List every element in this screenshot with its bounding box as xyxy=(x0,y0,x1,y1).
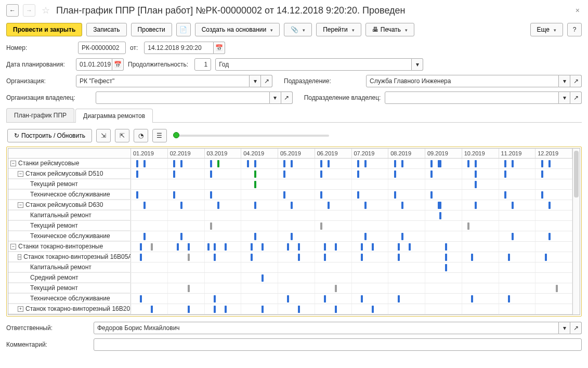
tree-cell[interactable]: Техническое обслуживание xyxy=(8,190,131,200)
gantt-bar[interactable] xyxy=(512,202,514,209)
report-icon[interactable]: 📄 xyxy=(176,23,191,36)
gantt-bar[interactable] xyxy=(361,295,363,303)
dropdown-icon[interactable]: ▾ xyxy=(559,75,570,87)
owner-org-field[interactable] xyxy=(96,91,270,104)
gantt-bar[interactable] xyxy=(254,233,256,240)
gantt-bar[interactable] xyxy=(445,243,447,251)
gantt-bar[interactable] xyxy=(335,285,337,292)
gantt-bar[interactable] xyxy=(140,295,142,303)
gantt-bar[interactable] xyxy=(151,306,153,313)
gantt-bar[interactable] xyxy=(401,160,403,167)
gantt-bar[interactable] xyxy=(398,295,400,303)
gantt-bar[interactable] xyxy=(254,160,256,167)
gantt-bar[interactable] xyxy=(504,191,506,199)
dept-field[interactable]: Служба Главного Инженера xyxy=(366,75,559,87)
gantt-bar[interactable] xyxy=(438,160,441,167)
gantt-bar[interactable] xyxy=(262,243,264,251)
gantt-bar[interactable] xyxy=(298,306,300,313)
gantt-bar[interactable] xyxy=(140,243,142,251)
gantt-bar[interactable] xyxy=(445,264,447,271)
gantt-bar[interactable] xyxy=(475,160,477,167)
gantt-bar[interactable] xyxy=(320,191,322,199)
gantt-bar[interactable] xyxy=(394,160,396,167)
dropdown-icon[interactable]: ▾ xyxy=(270,91,281,104)
gantt-bar[interactable] xyxy=(283,170,285,178)
gantt-bar[interactable] xyxy=(320,160,322,167)
gantt-bar[interactable] xyxy=(177,243,179,251)
collapse-icon[interactable] xyxy=(18,171,23,177)
gantt-bar[interactable] xyxy=(364,202,367,209)
gantt-bar[interactable] xyxy=(372,306,374,313)
gantt-bar[interactable] xyxy=(548,202,551,209)
org-field[interactable]: РК "Гефест" xyxy=(76,75,250,87)
gantt-bar[interactable] xyxy=(207,243,210,251)
gantt-bar[interactable] xyxy=(217,160,219,167)
tab-diagram[interactable]: Диаграмма ремонтов xyxy=(75,109,153,123)
gantt-bar[interactable] xyxy=(320,170,322,178)
gantt-bar[interactable] xyxy=(173,191,175,199)
gantt-bar[interactable] xyxy=(291,202,293,209)
chart-pie-icon[interactable]: ◔ xyxy=(134,129,148,142)
gantt-bar[interactable] xyxy=(136,170,138,178)
gantt-bar[interactable] xyxy=(210,191,212,199)
gantt-bar[interactable] xyxy=(467,160,469,167)
gantt-bar[interactable] xyxy=(372,243,374,251)
gantt-bar[interactable] xyxy=(357,160,359,167)
gantt-bar[interactable] xyxy=(504,160,506,167)
gantt-bar[interactable] xyxy=(545,254,547,261)
gantt-bar[interactable] xyxy=(180,202,182,209)
gantt-bar[interactable] xyxy=(394,170,396,178)
gantt-bar[interactable] xyxy=(173,160,175,167)
gantt-bar[interactable] xyxy=(210,160,212,167)
expand-icon[interactable] xyxy=(18,306,23,312)
gantt-bar[interactable] xyxy=(251,243,253,251)
gantt-bar[interactable] xyxy=(475,202,477,209)
attachments-button[interactable]: 📎 xyxy=(284,23,312,36)
gantt-bar[interactable] xyxy=(357,191,359,199)
comment-field[interactable] xyxy=(94,338,582,351)
gantt-bar[interactable] xyxy=(508,295,510,303)
tree-cell[interactable]: Техническое обслуживание xyxy=(8,294,131,304)
gantt-bar[interactable] xyxy=(324,254,326,261)
gantt-bar[interactable] xyxy=(214,306,216,313)
print-button[interactable]: 🖶 Печать xyxy=(365,23,414,36)
gantt-bar[interactable] xyxy=(439,212,441,219)
post-close-button[interactable]: Провести и закрыть xyxy=(6,23,82,36)
gantt-bar[interactable] xyxy=(398,254,400,261)
open-icon[interactable]: ↗ xyxy=(570,91,582,104)
tree-cell[interactable]: Техническое обслуживание xyxy=(8,231,131,241)
gantt-bar[interactable] xyxy=(430,170,433,178)
dropdown-icon[interactable]: ▾ xyxy=(559,322,570,334)
gantt-bar[interactable] xyxy=(512,160,514,167)
create-from-button[interactable]: Создать на основании xyxy=(195,23,280,36)
gantt-bar[interactable] xyxy=(398,243,400,251)
gantt-bar[interactable] xyxy=(180,160,182,167)
open-icon[interactable]: ↗ xyxy=(281,91,293,104)
open-icon[interactable]: ↗ xyxy=(261,75,272,87)
post-button[interactable]: Провести xyxy=(131,23,172,36)
slider-handle-icon[interactable] xyxy=(173,132,179,138)
collapse-icon[interactable] xyxy=(18,202,23,208)
tree-cell[interactable]: Станок рейсмусовый D630 xyxy=(8,200,131,210)
gantt-bar[interactable] xyxy=(291,233,293,240)
gantt-bar[interactable] xyxy=(335,306,337,313)
scrollbar-vertical[interactable] xyxy=(572,149,580,314)
build-refresh-button[interactable]: ↻ Построить / Обновить xyxy=(7,129,92,142)
date-field[interactable]: 14.12.2018 9:20:20 xyxy=(144,42,214,54)
gantt-bar[interactable] xyxy=(541,170,543,178)
gantt-bar[interactable] xyxy=(251,254,253,261)
favorite-star-icon[interactable]: ☆ xyxy=(40,4,52,17)
save-button[interactable]: Записать xyxy=(86,23,126,36)
gantt-bar[interactable] xyxy=(188,306,190,313)
gantt-bar[interactable] xyxy=(188,243,190,251)
tree-cell[interactable]: Средний ремонт xyxy=(8,273,131,283)
gantt-bar[interactable] xyxy=(262,274,264,282)
tree-cell[interactable]: Станки токарно-винторезные xyxy=(8,242,131,252)
gantt-bar[interactable] xyxy=(188,254,190,261)
tree-cell[interactable]: Текущий ремонт xyxy=(8,283,131,293)
gantt-bar[interactable] xyxy=(188,285,190,292)
gantt-bar[interactable] xyxy=(247,160,249,167)
tree-cell[interactable]: Текущий ремонт xyxy=(8,221,131,231)
more-button[interactable]: Еще xyxy=(530,23,563,36)
duration-unit-select[interactable]: Год xyxy=(215,58,412,71)
